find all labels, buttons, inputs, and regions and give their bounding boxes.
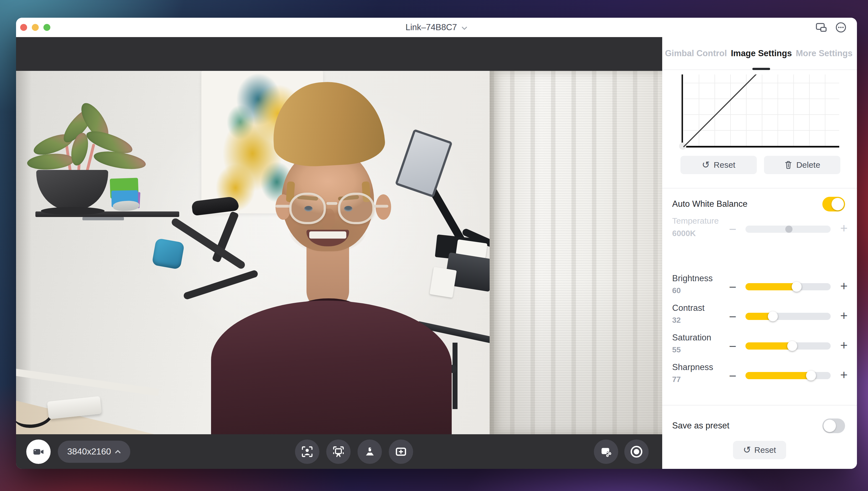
window-curtain	[490, 71, 662, 434]
window-title: Link–74B8C7	[405, 22, 457, 32]
custom-frame-button[interactable]	[389, 439, 413, 464]
slider-knob[interactable]	[768, 311, 778, 321]
record-icon	[629, 445, 643, 459]
slider-track[interactable]	[745, 283, 831, 290]
settings-panel: Gimbal ControlImage SettingsMore Setting…	[662, 37, 857, 469]
glasses-right-lens	[338, 193, 375, 224]
slider-fill	[745, 372, 811, 379]
slider-track[interactable]	[745, 342, 831, 350]
resolution-value: 3840x2160	[67, 446, 111, 457]
glasses-arm	[373, 205, 389, 208]
glasses-left-lens	[289, 193, 326, 224]
toggle-knob	[832, 198, 844, 210]
slider-track[interactable]	[745, 372, 831, 379]
person-torso	[211, 300, 452, 434]
chevron-up-icon	[115, 450, 121, 454]
video-camera-icon	[32, 446, 45, 457]
more-options-icon[interactable]	[835, 22, 846, 33]
curve-reset-button[interactable]: ↺ Reset	[680, 156, 757, 174]
slider-label: Contrast	[672, 303, 705, 313]
slider-decrease-button[interactable]: −	[726, 281, 740, 293]
blue-foam-roller	[152, 238, 185, 270]
plant-pot	[36, 170, 108, 210]
slider-decrease-button[interactable]: −	[726, 310, 740, 323]
resolution-selector[interactable]: 3840x2160	[58, 441, 130, 463]
save-as-preset-toggle[interactable]	[823, 418, 845, 433]
wall-corner-shadow	[16, 71, 32, 434]
plant-saucer	[41, 207, 104, 215]
trash-icon	[784, 161, 793, 169]
power-strip	[47, 396, 102, 419]
desk-mode-icon	[364, 445, 376, 458]
section-divider	[662, 188, 857, 189]
glasses-arm	[276, 205, 291, 208]
glasses-bridge	[327, 202, 338, 205]
stand-pole	[453, 343, 458, 409]
close-button[interactable]	[20, 24, 27, 31]
slider-increase-button[interactable]: +	[837, 368, 851, 381]
save-as-preset-label: Save as preset	[672, 421, 730, 431]
camera-toggle-button[interactable]	[26, 439, 51, 464]
slider-value: 77	[672, 375, 681, 384]
white-box	[430, 267, 457, 298]
temperature-increase-button[interactable]: +	[837, 222, 851, 234]
auto-white-balance-label: Auto White Balance	[672, 199, 747, 209]
whiteboard-mode-icon	[332, 445, 345, 458]
record-button[interactable]	[624, 439, 649, 464]
slider-decrease-button[interactable]: −	[726, 340, 740, 353]
image-sliders: Brightness 60 − + Contrast 32 − + Satura…	[662, 270, 857, 388]
tab-more[interactable]: More Settings	[796, 37, 852, 69]
tone-curve-chart[interactable]	[682, 75, 839, 147]
clip-crop-button[interactable]	[594, 439, 618, 464]
desk-mode-button[interactable]	[358, 439, 382, 464]
desktop-background: Link–74B8C7	[0, 0, 868, 491]
face-tracking-button[interactable]	[295, 439, 319, 464]
video-stage: 3840x2160	[16, 37, 662, 469]
slider-increase-button[interactable]: +	[837, 309, 851, 322]
slider-knob[interactable]	[787, 341, 797, 351]
settings-reset-button[interactable]: ↺ Reset	[733, 441, 786, 459]
slider-label: Saturation	[672, 333, 711, 343]
temperature-slider[interactable]	[745, 226, 831, 233]
temperature-thumb[interactable]	[785, 226, 793, 233]
traffic-lights	[20, 24, 50, 31]
slider-knob[interactable]	[792, 282, 802, 292]
slider-increase-button[interactable]: +	[837, 339, 851, 351]
teeth	[309, 231, 346, 238]
temperature-row: Temperature 6000K − +	[662, 216, 857, 244]
slider-track[interactable]	[745, 313, 831, 320]
slider-label: Brightness	[672, 273, 713, 283]
whiteboard-mode-button[interactable]	[327, 439, 351, 464]
camera-preview	[16, 71, 662, 434]
slider-knob[interactable]	[806, 371, 816, 381]
chevron-down-icon	[461, 26, 467, 30]
slider-row: Saturation 55 − +	[662, 329, 857, 359]
save-as-preset-row: Save as preset	[672, 417, 845, 435]
slider-increase-button[interactable]: +	[837, 280, 851, 292]
tab-image[interactable]: Image Settings	[731, 37, 792, 69]
picture-in-picture-icon[interactable]	[815, 22, 827, 32]
plant-leaf	[93, 149, 147, 172]
minimize-button[interactable]	[32, 24, 39, 31]
settings-reset-label: Reset	[754, 445, 776, 455]
curve-delete-button[interactable]: Delete	[764, 156, 840, 174]
temperature-label: Temperature	[672, 216, 719, 226]
custom-frame-icon	[395, 445, 407, 458]
zoom-button[interactable]	[43, 24, 50, 31]
slider-label: Sharpness	[672, 362, 713, 372]
slider-decrease-button[interactable]: −	[726, 370, 740, 382]
image-settings-body: ↺ Reset Delete Auto White Balance	[662, 70, 857, 469]
section-divider	[662, 405, 857, 405]
slider-value: 32	[672, 316, 681, 325]
clip-crop-icon	[600, 445, 612, 458]
tone-curve-line	[683, 75, 841, 147]
temperature-value: 6000K	[672, 229, 696, 238]
slider-value: 55	[672, 345, 681, 354]
app-window: Link–74B8C7	[16, 18, 857, 469]
tabs: Gimbal ControlImage SettingsMore Setting…	[662, 37, 857, 70]
tab-gimbal[interactable]: Gimbal Control	[665, 37, 727, 69]
window-title-group[interactable]: Link–74B8C7	[405, 22, 467, 32]
auto-white-balance-toggle[interactable]	[823, 197, 845, 211]
baseboard	[16, 368, 159, 396]
temperature-decrease-button[interactable]: −	[726, 223, 740, 235]
